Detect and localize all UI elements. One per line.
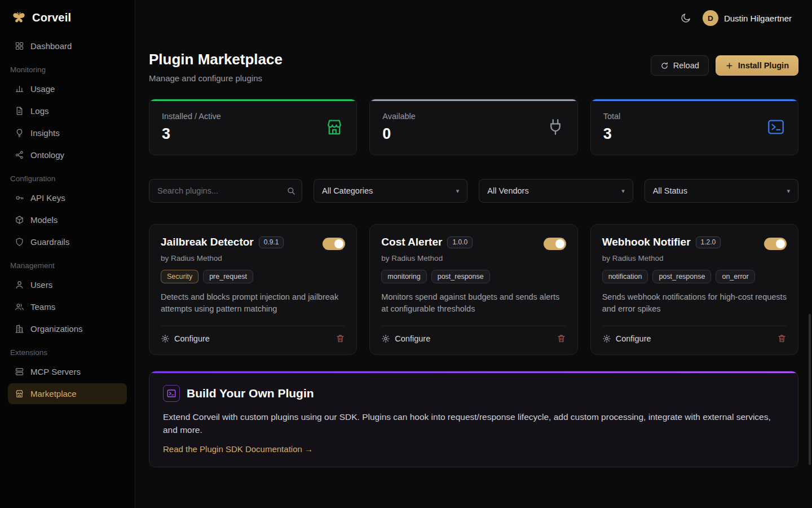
stat-value: 3: [162, 125, 221, 143]
sidebar-item-label: Organizations: [30, 324, 83, 334]
trash-icon[interactable]: [777, 334, 787, 343]
sidebar-nav: Dashboard Monitoring Usage Logs Insights…: [0, 32, 135, 411]
sidebar-item-guardrails[interactable]: Guardrails: [8, 231, 127, 252]
version-badge: 1.0.0: [447, 237, 473, 248]
sidebar-item-logs[interactable]: Logs: [8, 100, 127, 121]
plugin-vendor: by Radius Method: [161, 254, 345, 262]
gear-icon: [161, 334, 170, 343]
stats-row: Installed / Active 3 Available 0: [149, 99, 798, 155]
sidebar-item-label: Logs: [30, 106, 49, 116]
plugin-tags: notification post_response on_error: [602, 270, 787, 283]
tag: pre_request: [203, 270, 253, 283]
stat-accent: [149, 99, 356, 101]
sidebar-item-users[interactable]: Users: [8, 274, 127, 295]
search-icon[interactable]: [280, 179, 302, 203]
trash-icon[interactable]: [336, 334, 345, 343]
sidebar-item-label: MCP Servers: [30, 367, 81, 376]
sidebar-item-organizations[interactable]: Organizations: [8, 318, 127, 339]
sidebar-item-label: Insights: [30, 128, 60, 138]
plugin-enabled-toggle[interactable]: [764, 238, 787, 250]
tag: notification: [602, 270, 648, 283]
sidebar-section-configuration: Configuration: [8, 167, 127, 186]
storefront-icon: [15, 389, 24, 398]
plugin-card-cost-alerter: Cost Alerter 1.0.0 by Radius Method moni…: [369, 224, 577, 355]
plugin-tags: monitoring post_response: [381, 270, 566, 283]
package-icon: [15, 215, 24, 225]
plus-icon: [725, 62, 734, 70]
sidebar-item-mcp-servers[interactable]: MCP Servers: [8, 361, 127, 382]
storefront-icon: [325, 117, 344, 137]
stat-card-installed: Installed / Active 3: [149, 99, 357, 155]
sidebar-item-label: Dashboard: [30, 41, 72, 51]
user-menu[interactable]: D Dustin Hilgaertner: [703, 10, 792, 26]
stat-accent: [591, 99, 798, 101]
sidebar-item-teams[interactable]: Teams: [8, 296, 127, 317]
reload-button[interactable]: Reload: [651, 55, 709, 76]
chevron-down-icon: ▾: [456, 187, 460, 195]
sidebar-item-insights[interactable]: Insights: [8, 122, 127, 143]
tag: post_response: [652, 270, 711, 283]
configure-button[interactable]: Configure: [381, 334, 430, 343]
configure-button[interactable]: Configure: [161, 334, 210, 343]
server-icon: [15, 367, 24, 376]
sidebar-item-label: Usage: [30, 84, 55, 94]
sidebar-item-ontology[interactable]: Ontology: [8, 144, 127, 165]
category-select[interactable]: All Categories ▾: [314, 179, 467, 203]
plugin-name: Webhook Notifier: [602, 236, 691, 248]
lightbulb-icon: [15, 128, 24, 138]
terminal-icon: [766, 117, 785, 137]
main-column: D Dustin Hilgaertner Plugin Marketplace …: [135, 0, 812, 508]
plugin-vendor: by Radius Method: [602, 254, 787, 262]
banner-title: Build Your Own Plugin: [187, 387, 314, 400]
sidebar-item-label: Ontology: [30, 150, 64, 160]
bar-chart-icon: [15, 84, 24, 94]
app-root: Corveil Dashboard Monitoring Usage Logs …: [0, 0, 812, 508]
theme-toggle-button[interactable]: [680, 12, 691, 24]
install-plugin-button[interactable]: Install Plugin: [716, 55, 798, 76]
sidebar-section-monitoring: Monitoring: [8, 58, 127, 77]
plugin-description: Detects and blocks prompt injection and …: [161, 291, 345, 315]
gear-icon: [602, 334, 611, 343]
build-your-own-plugin-banner: Build Your Own Plugin Extend Corveil wit…: [149, 371, 798, 467]
plugin-description: Sends webhook notifications for high-cos…: [602, 291, 787, 315]
search-box: [149, 179, 302, 203]
plug-icon: [546, 117, 565, 137]
plugin-vendor: by Radius Method: [381, 254, 566, 262]
stat-label: Installed / Active: [162, 112, 221, 121]
app-title: Corveil: [32, 11, 71, 24]
terminal-icon: [163, 385, 180, 402]
building-icon: [15, 324, 24, 334]
moth-icon: [11, 10, 27, 25]
sidebar-item-models[interactable]: Models: [8, 209, 127, 230]
page-title: Plugin Marketplace: [149, 51, 283, 68]
tag: monitoring: [381, 270, 426, 283]
stat-accent: [370, 99, 577, 101]
gear-icon: [381, 334, 390, 343]
plugin-enabled-toggle[interactable]: [323, 238, 345, 250]
status-select[interactable]: All Status ▾: [645, 179, 798, 203]
grid-icon: [15, 41, 24, 51]
sidebar-item-marketplace[interactable]: Marketplace: [8, 383, 127, 404]
tag: on_error: [716, 270, 754, 283]
users-icon: [15, 302, 24, 312]
vendor-select[interactable]: All Vendors ▾: [479, 179, 633, 203]
chevron-down-icon: ▾: [621, 187, 625, 195]
sidebar-item-api-keys[interactable]: API Keys: [8, 187, 127, 208]
plugin-enabled-toggle[interactable]: [544, 238, 566, 250]
plugin-name: Jailbreak Detector: [161, 236, 254, 248]
sdk-documentation-link[interactable]: Read the Plugin SDK Documentation →: [163, 444, 313, 454]
sidebar-section-extensions: Extensions: [8, 340, 127, 360]
sidebar-item-usage[interactable]: Usage: [8, 78, 127, 99]
user-icon: [15, 280, 24, 290]
trash-icon[interactable]: [557, 334, 566, 343]
sidebar-item-label: Models: [30, 215, 58, 225]
sidebar: Corveil Dashboard Monitoring Usage Logs …: [0, 0, 135, 508]
configure-button[interactable]: Configure: [602, 334, 651, 343]
plugin-grid: Jailbreak Detector 0.9.1 by Radius Metho…: [149, 224, 798, 355]
key-icon: [15, 193, 24, 203]
version-badge: 1.2.0: [696, 237, 721, 248]
scrollbar[interactable]: [809, 314, 811, 465]
page-content: Plugin Marketplace Manage and configure …: [135, 36, 812, 508]
sidebar-item-dashboard[interactable]: Dashboard: [8, 36, 127, 56]
moon-icon: [680, 12, 691, 24]
